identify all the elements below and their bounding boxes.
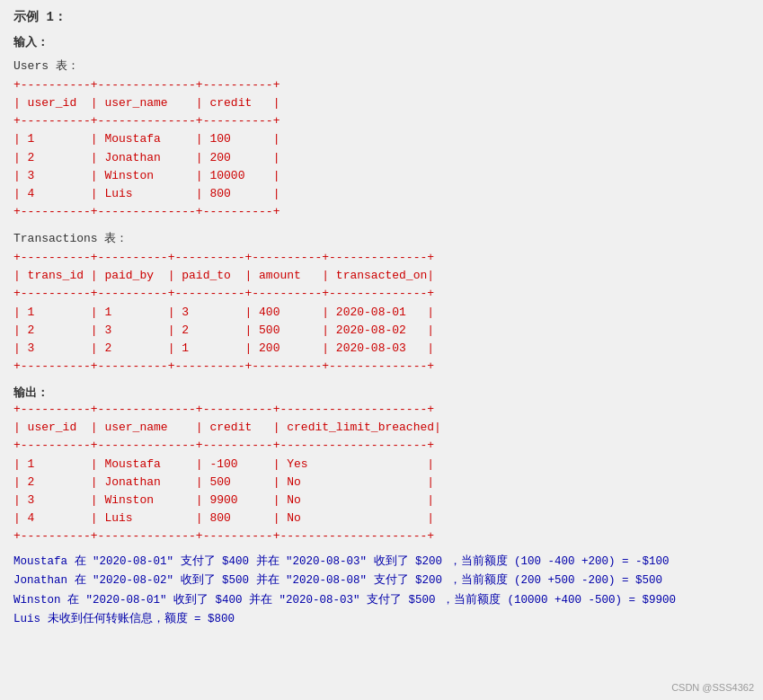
output-label: 输出： xyxy=(13,385,750,401)
explanation-line-3: Luis 未收到任何转账信息，额度 = $800 xyxy=(13,610,750,629)
users-table-label: Users 表： xyxy=(13,58,750,74)
users-table-section: Users 表： +----------+--------------+----… xyxy=(13,58,750,221)
transactions-table: +----------+----------+----------+------… xyxy=(13,249,750,376)
explanations-section: Moustafa 在 "2020-08-01" 支付了 $400 并在 "202… xyxy=(13,553,750,629)
input-label: 输入： xyxy=(13,34,750,50)
example-title: 示例 1： xyxy=(13,9,750,25)
input-section: 输入： xyxy=(13,34,750,50)
explanation-line-2: Winston 在 "2020-08-01" 收到了 $400 并在 "2020… xyxy=(13,591,750,610)
output-table: +----------+--------------+----------+--… xyxy=(13,401,750,545)
transactions-table-section: Transactions 表： +----------+----------+-… xyxy=(13,230,750,376)
output-section: 输出： +----------+--------------+---------… xyxy=(13,385,750,545)
explanation-line-1: Jonathan 在 "2020-08-02" 收到了 $500 并在 "202… xyxy=(13,572,750,590)
users-table: +----------+--------------+----------+ |… xyxy=(13,76,750,221)
transactions-table-label: Transactions 表： xyxy=(13,230,750,246)
explanation-line-0: Moustafa 在 "2020-08-01" 支付了 $400 并在 "202… xyxy=(13,553,750,572)
